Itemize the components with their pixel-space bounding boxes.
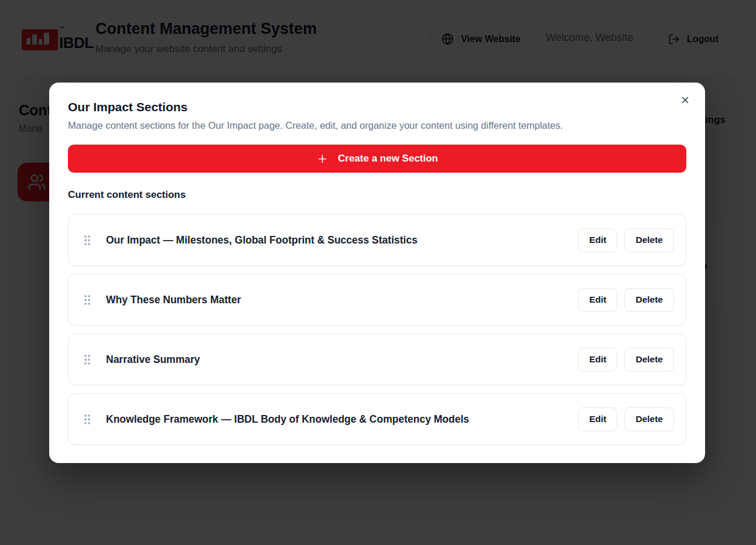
create-section-label: Create a new Section <box>338 153 438 164</box>
list-heading: Current content sections <box>68 189 686 201</box>
screen: ™ IBDL Content Management System Manage … <box>0 0 756 545</box>
grip-dots-icon[interactable] <box>84 235 91 246</box>
section-title: Our Impact — Milestones, Global Footprin… <box>106 234 578 246</box>
grip-dots-icon[interactable] <box>84 414 91 425</box>
sections-modal: × Our Impact Sections Manage content sec… <box>49 83 705 463</box>
grip-dots-icon[interactable] <box>84 354 91 365</box>
grip-dots-icon[interactable] <box>84 294 91 306</box>
section-title: Narrative Summary <box>106 354 578 366</box>
section-row: Knowledge Framework — IBDL Body of Knowl… <box>68 393 686 445</box>
edit-button[interactable]: Edit <box>578 228 617 252</box>
delete-button[interactable]: Delete <box>624 288 674 312</box>
edit-button[interactable]: Edit <box>578 407 617 431</box>
edit-button[interactable]: Edit <box>578 348 617 372</box>
delete-button[interactable]: Delete <box>624 407 674 431</box>
modal-title: Our Impact Sections <box>68 100 686 114</box>
section-title: Why These Numbers Matter <box>106 294 578 306</box>
create-section-button[interactable]: Create a new Section <box>68 145 686 173</box>
edit-button[interactable]: Edit <box>578 288 617 312</box>
delete-button[interactable]: Delete <box>624 348 674 372</box>
modal-description: Manage content sections for the Our Impa… <box>68 120 686 131</box>
section-row: Our Impact — Milestones, Global Footprin… <box>68 214 686 266</box>
close-icon[interactable]: × <box>676 91 695 109</box>
section-row: Narrative Summary Edit Delete <box>68 334 686 385</box>
section-title: Knowledge Framework — IBDL Body of Knowl… <box>106 413 578 426</box>
delete-button[interactable]: Delete <box>624 228 674 252</box>
plus-icon <box>316 153 329 165</box>
sections-list: Our Impact — Milestones, Global Footprin… <box>68 214 686 445</box>
section-row: Why These Numbers Matter Edit Delete <box>68 274 686 325</box>
